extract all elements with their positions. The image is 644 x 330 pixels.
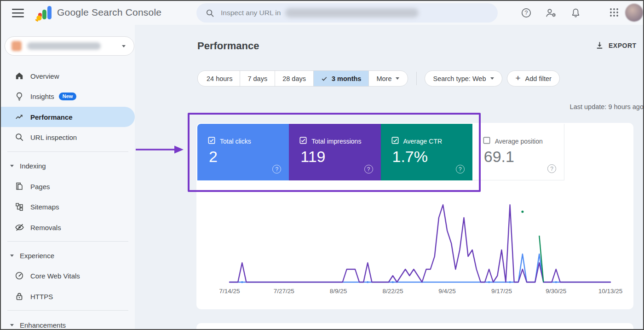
new-badge: New [59, 93, 77, 100]
svg-text:8/22/25: 8/22/25 [382, 288, 403, 295]
lightbulb-icon [15, 92, 24, 101]
page-title: Performance [197, 40, 259, 52]
help-icon[interactable]: ? [547, 164, 556, 173]
svg-text:9/17/25: 9/17/25 [491, 288, 512, 295]
svg-text:10/13/25: 10/13/25 [598, 288, 623, 295]
search-console-logo-icon [34, 4, 55, 24]
tab-label: 3 months [332, 75, 361, 82]
sidebar-item-label: Pages [30, 183, 50, 191]
question-glyph: ? [525, 10, 528, 16]
sidebar-item-https[interactable]: HTTPS [1, 286, 135, 307]
sidebar: Overview Insights New Performance URL in… [1, 25, 135, 329]
sidebar-item-label: Overview [30, 72, 59, 80]
eye-off-icon [15, 223, 24, 232]
manage-users-icon[interactable] [545, 7, 557, 18]
svg-text:8/9/25: 8/9/25 [330, 288, 347, 295]
property-selector[interactable] [5, 36, 134, 56]
tab-more[interactable]: More [368, 70, 408, 87]
blurred-property-domain [285, 8, 419, 17]
section-label: Enhancements [20, 321, 66, 329]
sidebar-section-indexing[interactable]: Indexing [1, 157, 135, 174]
sidebar-item-overview[interactable]: Overview [1, 66, 135, 86]
sidebar-item-removals[interactable]: Removals [1, 217, 135, 237]
metric-label: Total impressions [311, 138, 361, 145]
checkbox-icon[interactable] [208, 137, 215, 146]
add-filter-button[interactable]: + Add filter [507, 70, 559, 87]
blurred-property-icon [12, 41, 22, 51]
tab-label: 24 hours [207, 75, 232, 82]
sidebar-section-enhancements[interactable]: Enhancements [1, 317, 135, 330]
help-icon[interactable]: ? [364, 165, 373, 174]
url-inspect-search-input[interactable]: Inspect any URL in [196, 3, 498, 23]
sidebar-item-insights[interactable]: Insights New [1, 86, 135, 106]
svg-text:7/14/25: 7/14/25 [219, 288, 240, 295]
chevron-down-icon [10, 255, 14, 257]
metric-label: Average CTR [403, 138, 443, 145]
svg-text:7/27/25: 7/27/25 [274, 288, 294, 295]
pages-icon [15, 182, 24, 191]
tab-28-days[interactable]: 28 days [275, 70, 314, 87]
chevron-down-icon [490, 77, 494, 80]
metric-value: 69.1 [484, 148, 514, 166]
question-glyph: ? [367, 166, 370, 173]
sidebar-item-performance[interactable]: Performance [1, 107, 135, 127]
checkbox-icon[interactable] [391, 137, 399, 146]
metric-tile-total-impressions[interactable]: Total impressions 119 ? [289, 124, 380, 180]
help-icon[interactable]: ? [272, 165, 281, 174]
question-glyph: ? [275, 166, 278, 173]
checkbox-icon[interactable] [299, 137, 307, 146]
metric-value: 2 [209, 148, 218, 166]
metric-label: Average position [495, 138, 543, 145]
notifications-bell-icon[interactable] [570, 7, 581, 18]
divider [7, 310, 128, 311]
export-label: EXPORT [609, 42, 637, 49]
sidebar-item-pages[interactable]: Pages [1, 176, 135, 197]
check-icon [321, 75, 328, 82]
app-title: Google Search Console [57, 7, 161, 18]
chevron-down-icon [396, 77, 399, 80]
sidebar-item-label: Insights [30, 93, 54, 100]
tab-24-hours[interactable]: 24 hours [197, 70, 240, 87]
chevron-down-icon [10, 324, 14, 326]
metric-tiles: Total clicks 2 ? Total impressions 119 ?… [197, 124, 564, 180]
chevron-down-icon [10, 165, 14, 167]
question-glyph: ? [550, 166, 553, 172]
help-icon[interactable]: ? [456, 165, 465, 174]
divider [416, 72, 417, 85]
checkbox-icon[interactable] [483, 137, 490, 146]
sitemap-icon [15, 202, 24, 211]
metric-value: 119 [300, 148, 325, 166]
search-type-filter-button[interactable]: Search type: Web [425, 70, 502, 87]
divider [7, 151, 128, 152]
help-icon[interactable]: ? [521, 7, 532, 18]
metric-value: 1.7% [392, 148, 428, 166]
section-label: Indexing [20, 162, 46, 170]
performance-chart[interactable]: 7/14/257/27/258/9/258/22/259/4/259/17/25… [196, 194, 633, 305]
search-icon [206, 9, 214, 17]
tab-label: More [376, 75, 391, 82]
search-type-label: Search type: Web [433, 75, 486, 82]
sidebar-item-label: URL inspection [30, 133, 77, 141]
chevron-down-icon [122, 45, 126, 47]
top-app-bar: Google Search Console Inspect any URL in… [1, 1, 643, 25]
sidebar-item-url-inspection[interactable]: URL inspection [1, 127, 135, 147]
metric-tile-average-ctr[interactable]: Average CTR 1.7% ? [381, 124, 472, 180]
filter-bar: 24 hours 7 days 28 days 3 months More Se… [197, 70, 560, 87]
account-avatar[interactable] [625, 4, 643, 22]
tab-7-days[interactable]: 7 days [240, 70, 275, 87]
tab-3-months[interactable]: 3 months [313, 70, 369, 87]
lock-icon [15, 292, 24, 301]
metric-tile-average-position[interactable]: Average position 69.1 ? [472, 124, 564, 180]
metric-tile-total-clicks[interactable]: Total clicks 2 ? [197, 124, 289, 180]
download-icon [595, 41, 604, 50]
menu-icon[interactable] [12, 8, 24, 20]
sidebar-item-sitemaps[interactable]: Sitemaps [1, 197, 135, 217]
search-placeholder: Inspect any URL in [221, 9, 281, 17]
export-button[interactable]: EXPORT [595, 41, 637, 50]
sidebar-section-experience[interactable]: Experience [1, 247, 135, 264]
section-label: Experience [20, 252, 54, 260]
next-report-card [196, 323, 633, 330]
sidebar-item-label: HTTPS [30, 293, 53, 301]
sidebar-item-core-web-vitals[interactable]: Core Web Vitals [1, 266, 135, 286]
google-apps-grid-icon[interactable] [609, 7, 619, 17]
